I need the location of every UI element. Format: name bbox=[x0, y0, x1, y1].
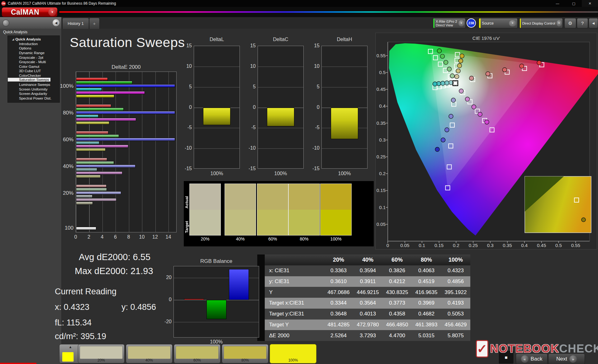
sidebar: Quick Analysis ◢ Quick Analysis Introduc… bbox=[0, 29, 62, 364]
cie-x-tick-label: 0.2 bbox=[449, 243, 463, 248]
add-tab-button[interactable]: + bbox=[89, 18, 100, 29]
current-fl-value: fL: 115.34 bbox=[55, 318, 92, 328]
cie-y-tick-label: 0.15 bbox=[371, 188, 386, 193]
gridline bbox=[322, 148, 367, 149]
delta-y-tick-label: 5 bbox=[244, 84, 256, 90]
swatch-column-80% bbox=[288, 184, 320, 236]
sidebar-item-colorchecker[interactable]: ColorChecker bbox=[8, 73, 59, 78]
table-cell: 0.4212 bbox=[382, 278, 412, 285]
meter-dropdown[interactable]: X-Rite i1Pro 2 Direct View ▼ bbox=[433, 18, 466, 28]
delta-bar-deltah bbox=[331, 108, 358, 139]
sidebar-item-grayscale-2pt[interactable]: Grayscale - 2pt bbox=[8, 55, 59, 60]
table-cell: 472.9780 bbox=[353, 322, 382, 328]
sidebar-item-color-gamut[interactable]: Color Gamut bbox=[8, 64, 59, 69]
sidebar-item-grayscale-multi[interactable]: Grayscale - Multi bbox=[8, 60, 59, 64]
notebookcheck-logo-icon: ✓ bbox=[476, 340, 488, 357]
measurement-table: 20%40%60%80%100%x: CIE310.33630.35940.38… bbox=[265, 254, 470, 341]
display-control-dropdown[interactable]: Direct Display Control ▼ bbox=[520, 18, 563, 28]
sidebar-item-quick-analysis-root[interactable]: ◢ Quick Analysis bbox=[8, 37, 59, 42]
table-row-label: Y bbox=[265, 289, 324, 296]
chevron-down-icon: ▼ bbox=[509, 20, 516, 26]
sidebar-item-dynamic-range[interactable]: Dynamic Range bbox=[8, 51, 59, 55]
sidebar-item-saturation-sweeps[interactable]: Saturation Sweeps bbox=[8, 78, 59, 82]
deltae-bar-100-white bbox=[76, 227, 96, 230]
table-row: x: CIE310.33630.35940.38260.40630.4323 bbox=[265, 265, 470, 276]
table-cell: 0.3564 bbox=[353, 300, 382, 306]
logo-dropdown-icon[interactable]: ▼ bbox=[48, 8, 56, 16]
deltae-x-tick-label: 2 bbox=[84, 234, 94, 240]
table-cell: 0.3594 bbox=[353, 268, 382, 274]
table-cell: 481.4285 bbox=[324, 322, 353, 328]
cie-measured-marker bbox=[465, 97, 470, 101]
settings-button[interactable]: ⚙ bbox=[564, 18, 576, 28]
sidebar-item-label: Options bbox=[8, 46, 31, 50]
actual-target-swatch-strip: Actual Target 20%40%60%80%100% bbox=[184, 181, 374, 246]
deltae-group-label: 80% bbox=[53, 110, 74, 116]
sidebar-item-spectral-power-dist-[interactable]: Spectral Power Dist. bbox=[8, 96, 59, 101]
calman-logo[interactable]: CalMAN ▼ bbox=[2, 7, 57, 17]
workflow-radio-button[interactable] bbox=[2, 20, 9, 26]
sidebar-item-3d-cube-lut[interactable]: 3D Cube LUT bbox=[8, 69, 59, 73]
maximize-button[interactable]: ▢ bbox=[566, 0, 582, 7]
delta-y-tick-label: 0 bbox=[308, 105, 320, 110]
deltae-x-tick-label: 6 bbox=[111, 234, 120, 240]
deltae-chart-plot bbox=[76, 72, 177, 232]
tab-history-1[interactable]: History 1 bbox=[62, 18, 89, 29]
source-label: Source bbox=[481, 21, 509, 25]
saturation-swatch-button-100%[interactable]: 100% bbox=[270, 344, 316, 363]
cie-measured-marker bbox=[460, 54, 464, 58]
close-button[interactable]: ✕ bbox=[582, 0, 598, 7]
meter-line1: X-Rite i1Pro 2 bbox=[436, 20, 457, 23]
rgb-bar-green bbox=[206, 300, 226, 319]
target-swatch bbox=[190, 210, 221, 236]
deltae-bar-40%-cyan bbox=[76, 168, 97, 171]
delta-y-tick-label: 15 bbox=[308, 43, 320, 49]
cie-measured-marker bbox=[537, 61, 541, 65]
sidebar-item-label: Color Gamut bbox=[8, 65, 39, 68]
saturation-swatch-button-80%[interactable]: 80% bbox=[222, 344, 268, 363]
sidebar-item-screen-angularity[interactable]: Screen Angularity bbox=[8, 91, 59, 96]
sidebar-item-screen-uniformity[interactable]: Screen Uniformity bbox=[8, 87, 59, 92]
sidebar-item-options[interactable]: Options bbox=[8, 46, 59, 51]
delta-y-tick-label: 5 bbox=[181, 84, 192, 90]
table-cell: 5.0315 bbox=[412, 333, 441, 339]
title-bar: CM CalMAN 2017 CalMAN Ultimate for Busin… bbox=[0, 0, 598, 7]
saturation-swatch-button-40%[interactable]: 40% bbox=[126, 344, 173, 363]
cie-x-tick-label: 0.55 bbox=[569, 243, 582, 248]
cie-y-tick-label: 0.05 bbox=[371, 222, 386, 227]
gear-icon: ⚙ bbox=[568, 21, 572, 26]
cie-measured-marker bbox=[440, 54, 445, 58]
cie-x-tick-label: 0 bbox=[381, 243, 395, 248]
display-control-label: Direct Display Control bbox=[521, 21, 556, 25]
delta-y-tick-label: -10 bbox=[181, 145, 192, 151]
table-cell: 416.9635 bbox=[412, 289, 441, 296]
delta-x-label: 100% bbox=[321, 171, 368, 176]
rgb-y-tick-label: -20 bbox=[159, 319, 172, 324]
minimize-button[interactable]: — bbox=[549, 0, 566, 7]
delta-y-tick-label: -15 bbox=[181, 166, 192, 171]
table-cell: 0.4063 bbox=[412, 268, 441, 274]
cie-measured-marker bbox=[458, 59, 463, 63]
table-row-label: Target x:CIE31 bbox=[265, 300, 324, 306]
source-dropdown[interactable]: Source ▼ bbox=[479, 18, 518, 28]
deltae-x-tick-label: 0 bbox=[71, 234, 80, 240]
table-cell: 0.4856 bbox=[441, 278, 470, 285]
panel-collapse-button[interactable]: ◀ bbox=[589, 18, 598, 28]
delta-y-tick-label: 15 bbox=[181, 43, 192, 49]
saturation-swatch-button-60%[interactable]: 60% bbox=[174, 344, 221, 363]
gridline bbox=[194, 128, 240, 128]
help-button[interactable]: ? bbox=[577, 18, 588, 28]
target-swatch bbox=[225, 210, 256, 236]
avg-de2000-value: Avg dE2000: 6.55 bbox=[79, 252, 150, 262]
cie-measured-marker bbox=[451, 98, 456, 102]
collapse-left-icon: ◀ bbox=[592, 21, 595, 25]
sidebar-collapse-icon[interactable]: ◀ bbox=[53, 19, 59, 26]
help-icon: ? bbox=[581, 21, 584, 26]
delta-x-label: 100% bbox=[258, 171, 304, 176]
cie-measured-marker bbox=[441, 138, 445, 142]
sidebar-item-luminance-sweeps[interactable]: Luminance Sweeps bbox=[8, 82, 59, 87]
saturation-swatch-button-20%[interactable]: 20% bbox=[78, 344, 125, 363]
tree-expand-icon: ◢ bbox=[12, 38, 14, 41]
actual-swatch bbox=[225, 184, 256, 210]
sidebar-item-introduction[interactable]: Introduction bbox=[8, 42, 59, 46]
